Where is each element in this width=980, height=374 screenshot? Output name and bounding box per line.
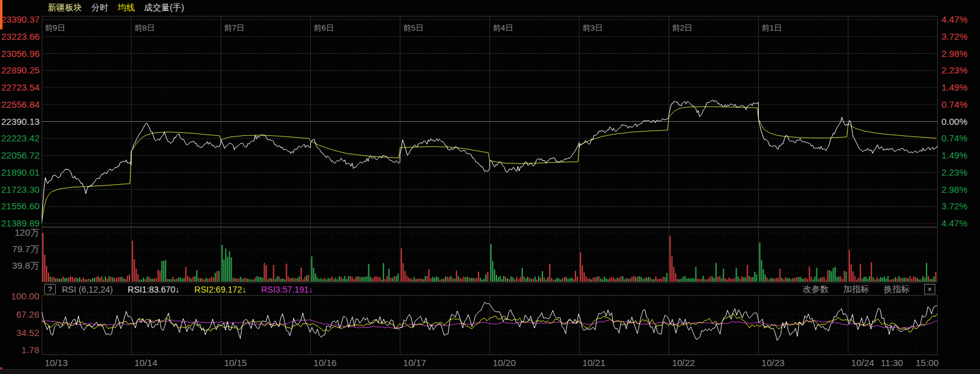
stock-chart-app: 新疆板块 分时 均线 成交量(手) ? RSI (6,12,24) RSI1:8…: [0, 0, 980, 374]
price-axis-label: 22890.25: [1, 65, 39, 75]
rsi3-value: RSI3:57.191↓: [261, 285, 313, 294]
volume-axis-label: 39.8万: [1, 261, 39, 270]
day-section-label: 前1日: [762, 23, 782, 34]
pct-axis-label: 3.72%: [941, 32, 968, 41]
pct-axis-label: 2.98%: [941, 49, 968, 58]
price-axis-label: 23223.66: [1, 32, 39, 41]
price-axis-label: 21389.89: [1, 219, 39, 228]
pct-axis-label: 2.98%: [941, 185, 968, 194]
day-section-label: 前6日: [314, 23, 334, 34]
rsi-header: ? RSI (6,12,24) RSI1:83.670↓ RSI2:69.172…: [42, 283, 938, 295]
volume-axis-label: 120万: [1, 228, 39, 237]
rsi-indicator-name: RSI (6,12,24): [62, 285, 113, 294]
pct-axis-label: 1.49%: [941, 151, 968, 160]
date-label: 10/20: [493, 357, 516, 368]
price-chart[interactable]: [42, 16, 938, 227]
price-axis-label: 21890.01: [1, 168, 39, 177]
date-label: 10/14: [134, 357, 158, 368]
price-axis-label: 22723.54: [1, 83, 39, 92]
price-axis-label: 23390.37: [1, 15, 39, 24]
topbar: 新疆板块 分时 均线 成交量(手): [0, 0, 980, 16]
bottom-status-strip: [0, 369, 980, 374]
pct-axis-label: 2.23%: [941, 65, 968, 75]
pct-axis-label: 0.74%: [941, 100, 968, 109]
rsi1-value: RSI1:83.670↓: [127, 285, 180, 294]
price-axis-label: 21556.60: [1, 201, 39, 211]
pct-axis-label: 3.72%: [941, 201, 968, 211]
switch-indicator-button[interactable]: 换指标: [884, 284, 910, 295]
date-label: 10/17: [403, 357, 427, 368]
day-section-label: 前3日: [582, 23, 602, 34]
day-section-label: 前7日: [224, 23, 244, 34]
rsi-chart[interactable]: [42, 295, 938, 355]
time-label: 15:00: [916, 357, 939, 368]
rsi-axis-label: 34.52: [1, 328, 39, 337]
date-label: 10/22: [672, 357, 695, 368]
sector-title[interactable]: 新疆板块: [48, 2, 82, 13]
day-section-label: 前2日: [672, 23, 692, 34]
date-label: 10/21: [582, 357, 606, 368]
volume-chart[interactable]: [42, 227, 938, 282]
price-axis-label: 22223.42: [1, 133, 39, 143]
time-label: 11:30: [881, 357, 903, 368]
price-axis-label: 21723.30: [1, 185, 39, 194]
price-axis-label: 22390.13: [1, 117, 39, 126]
close-icon[interactable]: ×: [924, 284, 935, 294]
day-section-label: 前5日: [403, 23, 424, 34]
date-label: 10/24: [851, 357, 875, 368]
volume-axis-label: 79.7万: [1, 244, 39, 253]
day-section-label: 前8日: [134, 23, 154, 34]
pct-axis-label: 4.47%: [941, 15, 968, 24]
price-axis-label: 22056.72: [1, 151, 39, 160]
pct-axis-label: 1.49%: [941, 83, 968, 92]
date-label: 10/23: [762, 357, 785, 368]
pct-axis-label: 0.00%: [941, 117, 968, 126]
add-indicator-button[interactable]: 加指标: [843, 284, 869, 295]
tab-volume[interactable]: 成交量(手): [144, 2, 184, 13]
day-section-label: 前9日: [45, 23, 65, 34]
pct-axis-label: 4.47%: [941, 219, 968, 228]
day-section-label: 前4日: [493, 23, 513, 34]
rsi-axis-label: 1.78: [1, 345, 39, 354]
date-label: 10/16: [314, 357, 337, 368]
rsi-axis-label: 100.00: [1, 291, 39, 301]
help-icon[interactable]: ?: [44, 284, 56, 294]
date-label: 10/15: [224, 357, 247, 368]
price-axis-label: 23056.96: [1, 49, 39, 58]
pct-axis-label: 2.23%: [941, 168, 968, 177]
tab-fenshi[interactable]: 分时: [91, 2, 108, 13]
price-axis-label: 22556.84: [1, 100, 39, 109]
rsi-axis-label: 67.26: [1, 310, 39, 319]
tab-junxian[interactable]: 均线: [118, 2, 135, 13]
change-params-button[interactable]: 改参数: [803, 284, 829, 295]
rsi2-value: RSI2:69.172↓: [194, 285, 246, 294]
date-label: 10/13: [45, 357, 68, 368]
pct-axis-label: 0.74%: [941, 133, 968, 143]
